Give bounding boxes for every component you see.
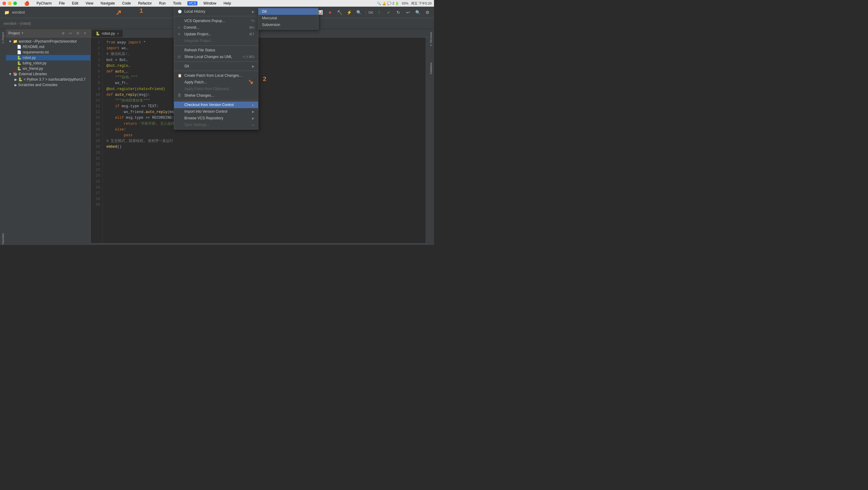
apply-patch-clipboard-label: Apply Patch from Clipboard... <box>184 87 231 91</box>
maximize-button[interactable] <box>13 1 17 5</box>
right-sidebar-tabs: 2: Structure Database <box>428 29 434 245</box>
menu-run[interactable]: Run <box>158 1 167 5</box>
project-dropdown-arrow[interactable]: ▼ <box>21 31 24 35</box>
menu-import-into-vcs[interactable]: Import into Version Control ▶ <box>174 108 258 115</box>
menu-integrate-project: Integrate Project... <box>174 37 258 44</box>
project-panel: Project ▼ ⊕ ⇔ ⚙ ✕ ▼ 📁 wxrobot ~/PycharmP… <box>6 29 91 245</box>
menu-divider-3 <box>174 61 258 62</box>
menu-vcs[interactable]: VCS <box>187 1 197 5</box>
apply-patch-label: Apply Patch... <box>184 80 207 84</box>
tree-item-robot-py[interactable]: 🐍 robot.py <box>6 55 90 60</box>
sidebar-tab-favorites[interactable]: 2: Favorites <box>1 231 5 245</box>
menu-file[interactable]: File <box>58 1 66 5</box>
checkout-mercurial[interactable]: Mercurial <box>258 15 318 22</box>
code-content: 12345 678910 1112131415 1617181920 21222… <box>91 37 428 243</box>
tree-item-wxrobot[interactable]: ▼ 📁 wxrobot ~/PycharmProjects/wxrobot <box>6 39 90 44</box>
tree-label-robot-py: robot.py <box>23 56 36 60</box>
local-history-arrow: ▶ <box>252 10 254 13</box>
menu-commit[interactable]: ✓ Commit... ⌘K <box>174 24 258 31</box>
stop-button[interactable]: ■ <box>326 8 334 17</box>
refresh-status-label: Refresh File Status <box>184 48 215 52</box>
menu-tools[interactable]: Tools <box>172 1 183 5</box>
project-options-icon[interactable]: ⚙ <box>75 30 81 36</box>
menu-update-project[interactable]: ↻ Update Project... ⌘T <box>174 31 258 37</box>
folder-icon-wxrobot: 📁 <box>13 39 18 43</box>
editor-tab-robot-py[interactable]: 🐍 robot.py ✕ <box>92 30 123 37</box>
tree-item-wx-friend[interactable]: 🐍 wx_friend.py <box>6 66 90 71</box>
menu-navigate[interactable]: Navigate <box>99 1 116 5</box>
history-icon: 🕐 <box>178 10 182 13</box>
project-panel-header: Project ▼ ⊕ ⇔ ⚙ ✕ <box>6 29 90 37</box>
project-settings-icon[interactable]: ⊕ <box>60 30 66 36</box>
menu-show-local-changes-uml[interactable]: ⊡ Show Local Changes as UML ⌥⇧⌘D <box>174 54 258 60</box>
update-shortcut: ⌘T <box>249 32 254 36</box>
git-fetch-button[interactable]: ↻ <box>394 8 403 17</box>
code-editor[interactable]: from wxpy import * import wx… # 微信机器/… b… <box>103 37 426 243</box>
folder-expand-icon: ▼ <box>8 40 12 43</box>
close-button[interactable] <box>2 1 6 5</box>
git-push-button[interactable]: ↑ <box>375 8 383 17</box>
sidebar-tab-project[interactable]: 1: Project <box>1 30 5 45</box>
git-undo-button[interactable]: ↩ <box>404 8 412 17</box>
file-icon-tuling: 🐍 <box>17 61 22 65</box>
checkout-submenu: Git Mercurial Subversion <box>258 7 318 30</box>
menu-checkout-from-vcs[interactable]: Checkout from Version Control ▶ <box>174 101 258 108</box>
vcs-dropdown-menu: 🕐 Local History ▶ VCS Operations Popup..… <box>174 7 258 130</box>
menu-refactor[interactable]: Refactor <box>137 1 153 5</box>
scrollbar[interactable] <box>426 37 428 243</box>
tree-item-requirements[interactable]: 📄 requirements.txt <box>6 50 90 55</box>
tree-item-python37[interactable]: ▶ 🐍 < Python 3.7 > /usr/local/bin/python… <box>6 77 90 82</box>
menu-help[interactable]: Help <box>222 1 232 5</box>
menu-git[interactable]: Git ▶ <box>174 63 258 69</box>
shelve-changes-label: Shelve Changes... <box>184 93 214 98</box>
menu-divider-5 <box>174 100 258 100</box>
project-tree: ▼ 📁 wxrobot ~/PycharmProjects/wxrobot 📄 … <box>6 37 90 245</box>
clock: 周五 下午5:20 <box>411 1 432 6</box>
checkout-subversion[interactable]: Subversion <box>258 22 318 28</box>
tree-label-wx-friend: wx_friend.py <box>23 66 43 71</box>
git-menu-label: Git <box>184 64 189 68</box>
create-patch-label: Create Patch from Local Changes... <box>184 73 242 78</box>
folder-expand-icon-ext: ▼ <box>8 72 12 76</box>
checkout-git[interactable]: Git <box>258 8 318 15</box>
project-close-icon[interactable]: ✕ <box>82 30 88 36</box>
menu-code[interactable]: Code <box>121 1 132 5</box>
search-everywhere-button[interactable]: 🔍 <box>413 8 422 17</box>
apple-menu[interactable]: 🍎 <box>24 1 29 6</box>
menu-refresh-status[interactable]: Refresh File Status <box>174 47 258 54</box>
menu-local-history[interactable]: 🕐 Local History ▶ <box>174 8 258 15</box>
menu-apply-patch[interactable]: Apply Patch... <box>174 79 258 86</box>
sidebar-tab-structure[interactable]: 2: Structure <box>429 30 433 48</box>
tab-close-robot-py[interactable]: ✕ <box>117 32 119 35</box>
tree-item-tuling[interactable]: 🐍 tuling_robot.py <box>6 60 90 66</box>
tab-label-robot-py: robot.py <box>102 31 115 36</box>
sidebar-tab-database[interactable]: Database <box>429 61 433 76</box>
patch-icon: 📋 <box>178 74 182 78</box>
folder-icon-ext: 📚 <box>13 72 18 76</box>
tool-btn-2[interactable]: 🔍 <box>355 8 363 17</box>
tree-item-readme[interactable]: 📄 README.md <box>6 44 90 50</box>
tree-item-scratches[interactable]: ▶ Scratches and Consoles <box>6 82 90 88</box>
menu-view[interactable]: View <box>84 1 95 5</box>
window-title: wxrobot – [robot] <box>4 22 31 26</box>
import-arrow: ▶ <box>252 110 254 113</box>
project-collapse-icon[interactable]: ⇔ <box>67 30 73 36</box>
menu-pycharm[interactable]: PyCharm <box>35 1 53 5</box>
project-header-icons: ⊕ ⇔ ⚙ ✕ <box>60 30 88 36</box>
tree-item-external-libs[interactable]: ▼ 📚 External Libraries <box>6 71 90 77</box>
sync-arrow: ▶ <box>252 123 254 127</box>
tool-btn-1[interactable]: ⚡ <box>345 8 353 17</box>
menu-window[interactable]: Window <box>202 1 218 5</box>
git-pull-button[interactable]: ✓ <box>384 8 393 17</box>
menu-create-patch[interactable]: 📋 Create Patch from Local Changes... <box>174 72 258 79</box>
rebuild-button[interactable]: 🔨 <box>336 8 344 17</box>
left-sidebar-tabs: 1: Project 2: Favorites <box>0 29 6 245</box>
minimize-button[interactable] <box>8 1 11 5</box>
checkout-from-vcs-label: Checkout from Version Control <box>184 103 234 107</box>
menu-vcs-operations-popup[interactable]: VCS Operations Popup... ^V <box>174 18 258 24</box>
menu-edit[interactable]: Edit <box>71 1 80 5</box>
sync-settings-label: Sync Settings... <box>184 123 210 127</box>
menu-shelve-changes[interactable]: 🗄 Shelve Changes... <box>174 92 258 99</box>
menu-browse-vcs[interactable]: Browse VCS Repository ▶ <box>174 115 258 122</box>
settings-button[interactable]: ⚙ <box>423 8 432 17</box>
